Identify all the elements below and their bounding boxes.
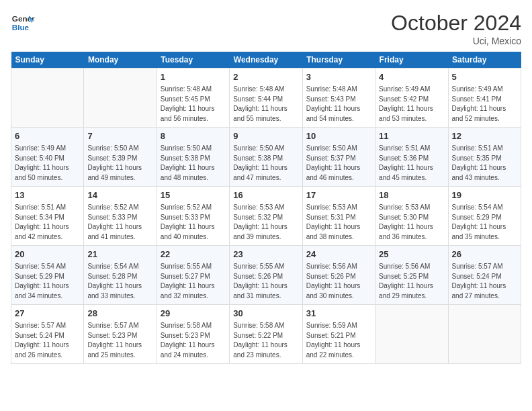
daylight-text-2: and 26 minutes. (15, 351, 80, 361)
day-cell-2: 2Sunrise: 5:48 AMSunset: 5:44 PMDaylight… (230, 68, 302, 128)
daylight-text: Daylight: 11 hours (452, 163, 517, 173)
day-number: 27 (15, 308, 80, 320)
daylight-text: Daylight: 11 hours (87, 163, 152, 173)
day-number: 21 (87, 248, 152, 261)
sunrise-text: Sunrise: 5:55 AM (161, 262, 226, 272)
daylight-text-2: and 32 minutes. (161, 291, 226, 302)
day-number: 28 (87, 308, 152, 320)
day-cell-28: 28Sunrise: 5:57 AMSunset: 5:23 PMDayligh… (84, 305, 157, 364)
day-number: 24 (306, 248, 371, 261)
sunrise-text: Sunrise: 5:54 AM (452, 203, 517, 213)
day-header-thursday: Thursday (302, 52, 375, 68)
daylight-text-2: and 29 minutes. (379, 291, 444, 302)
daylight-text: Daylight: 11 hours (233, 104, 298, 114)
sunset-text: Sunset: 5:24 PM (452, 272, 517, 282)
empty-cell (84, 68, 157, 128)
empty-cell (448, 305, 521, 364)
daylight-text: Daylight: 11 hours (15, 340, 80, 351)
daylight-text-2: and 35 minutes. (452, 232, 517, 242)
svg-text:Blue: Blue (12, 23, 30, 32)
daylight-text-2: and 23 minutes. (233, 351, 298, 361)
day-info: Sunrise: 5:57 AMSunset: 5:23 PMDaylight:… (87, 321, 152, 360)
sunrise-text: Sunrise: 5:57 AM (87, 321, 152, 331)
daylight-text: Daylight: 11 hours (233, 222, 298, 232)
sunrise-text: Sunrise: 5:51 AM (452, 144, 517, 154)
day-cell-15: 15Sunrise: 5:52 AMSunset: 5:33 PMDayligh… (157, 187, 229, 246)
daylight-text: Daylight: 11 hours (161, 340, 226, 351)
day-info: Sunrise: 5:52 AMSunset: 5:33 PMDaylight:… (87, 203, 152, 242)
day-number: 2 (233, 71, 298, 83)
day-info: Sunrise: 5:58 AMSunset: 5:22 PMDaylight:… (233, 321, 298, 360)
day-cell-30: 30Sunrise: 5:58 AMSunset: 5:22 PMDayligh… (230, 305, 302, 364)
day-cell-23: 23Sunrise: 5:55 AMSunset: 5:26 PMDayligh… (230, 246, 302, 305)
day-info: Sunrise: 5:57 AMSunset: 5:24 PMDaylight:… (452, 262, 517, 301)
day-cell-10: 10Sunrise: 5:50 AMSunset: 5:37 PMDayligh… (302, 128, 375, 187)
title-area: October 2024 Uci, Mexico (391, 11, 521, 46)
day-info: Sunrise: 5:56 AMSunset: 5:26 PMDaylight:… (306, 262, 371, 301)
daylight-text-2: and 56 minutes. (161, 114, 226, 124)
day-cell-12: 12Sunrise: 5:51 AMSunset: 5:35 PMDayligh… (448, 128, 521, 187)
sunset-text: Sunset: 5:38 PM (233, 154, 298, 164)
day-number: 26 (452, 248, 517, 261)
sunset-text: Sunset: 5:41 PM (452, 95, 517, 105)
day-number: 22 (161, 248, 226, 261)
week-row-1: 1Sunrise: 5:48 AMSunset: 5:45 PMDaylight… (11, 68, 521, 128)
daylight-text-2: and 39 minutes. (233, 232, 298, 242)
day-info: Sunrise: 5:51 AMSunset: 5:34 PMDaylight:… (15, 203, 80, 242)
sunset-text: Sunset: 5:44 PM (233, 95, 298, 105)
sunset-text: Sunset: 5:27 PM (161, 272, 226, 282)
empty-cell (375, 305, 448, 364)
day-header-monday: Monday (84, 52, 157, 68)
daylight-text-2: and 24 minutes. (161, 351, 226, 361)
sunset-text: Sunset: 5:31 PM (306, 213, 371, 223)
day-header-tuesday: Tuesday (157, 52, 229, 68)
daylight-text-2: and 42 minutes. (15, 232, 80, 242)
day-cell-26: 26Sunrise: 5:57 AMSunset: 5:24 PMDayligh… (448, 246, 521, 305)
sunrise-text: Sunrise: 5:49 AM (379, 85, 444, 95)
sunset-text: Sunset: 5:30 PM (379, 213, 444, 223)
day-info: Sunrise: 5:59 AMSunset: 5:21 PMDaylight:… (306, 321, 371, 360)
day-cell-22: 22Sunrise: 5:55 AMSunset: 5:27 PMDayligh… (157, 246, 229, 305)
day-number: 25 (379, 248, 444, 261)
day-info: Sunrise: 5:55 AMSunset: 5:27 PMDaylight:… (161, 262, 226, 301)
day-number: 29 (161, 308, 226, 320)
daylight-text-2: and 36 minutes. (379, 232, 444, 242)
day-cell-9: 9Sunrise: 5:50 AMSunset: 5:38 PMDaylight… (230, 128, 302, 187)
day-header-saturday: Saturday (448, 52, 521, 68)
sunrise-text: Sunrise: 5:54 AM (87, 262, 152, 272)
day-number: 5 (452, 71, 517, 83)
sunrise-text: Sunrise: 5:57 AM (15, 321, 80, 331)
sunrise-text: Sunrise: 5:50 AM (161, 144, 226, 154)
day-info: Sunrise: 5:56 AMSunset: 5:25 PMDaylight:… (379, 262, 444, 301)
week-row-4: 20Sunrise: 5:54 AMSunset: 5:29 PMDayligh… (11, 246, 521, 305)
sunset-text: Sunset: 5:29 PM (15, 272, 80, 282)
sunrise-text: Sunrise: 5:59 AM (306, 321, 371, 331)
daylight-text: Daylight: 11 hours (379, 104, 444, 114)
logo: General Blue (11, 11, 35, 35)
day-info: Sunrise: 5:52 AMSunset: 5:33 PMDaylight:… (161, 203, 226, 242)
day-number: 13 (15, 189, 80, 201)
day-number: 18 (379, 189, 444, 201)
sunrise-text: Sunrise: 5:58 AM (161, 321, 226, 331)
sunrise-text: Sunrise: 5:53 AM (379, 203, 444, 213)
daylight-text-2: and 43 minutes. (452, 173, 517, 183)
day-number: 11 (379, 130, 444, 142)
daylight-text-2: and 48 minutes. (161, 173, 226, 183)
sunset-text: Sunset: 5:25 PM (379, 272, 444, 282)
sunrise-text: Sunrise: 5:57 AM (452, 262, 517, 272)
sunrise-text: Sunrise: 5:56 AM (379, 262, 444, 272)
sunrise-text: Sunrise: 5:51 AM (379, 144, 444, 154)
day-cell-20: 20Sunrise: 5:54 AMSunset: 5:29 PMDayligh… (11, 246, 84, 305)
sunset-text: Sunset: 5:40 PM (15, 154, 80, 164)
sunrise-text: Sunrise: 5:53 AM (233, 203, 298, 213)
day-info: Sunrise: 5:48 AMSunset: 5:45 PMDaylight:… (161, 85, 226, 124)
month-title: October 2024 (391, 11, 521, 36)
daylight-text-2: and 38 minutes. (306, 232, 371, 242)
sunrise-text: Sunrise: 5:53 AM (306, 203, 371, 213)
sunset-text: Sunset: 5:42 PM (379, 95, 444, 105)
daylight-text-2: and 53 minutes. (379, 114, 444, 124)
day-info: Sunrise: 5:57 AMSunset: 5:24 PMDaylight:… (15, 321, 80, 360)
daylight-text: Daylight: 11 hours (379, 163, 444, 173)
empty-cell (11, 68, 84, 128)
day-number: 3 (306, 71, 371, 83)
